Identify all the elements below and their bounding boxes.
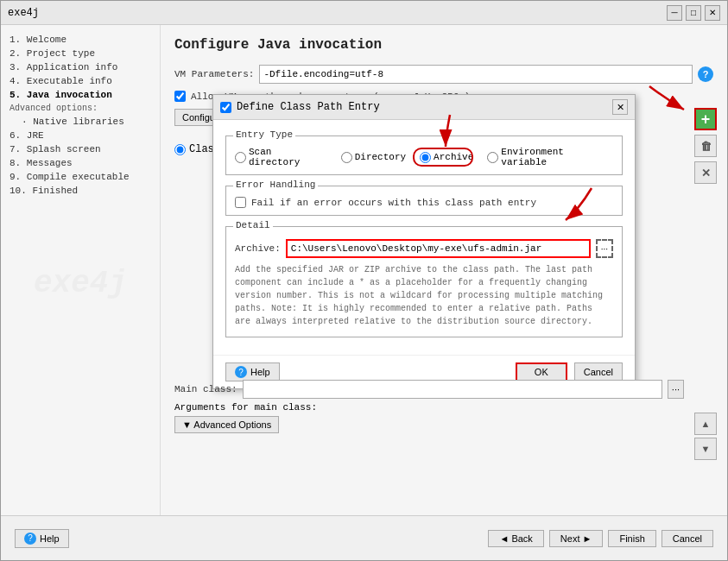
archive-description: Add the specified JAR or ZIP archive to … [235,263,613,328]
dialog-help-button[interactable]: ? Help [225,362,280,381]
error-handling-checkbox[interactable] [235,197,246,208]
content-area: 1. Welcome 2. Project type 3. Applicatio… [1,25,727,515]
sidebar-item-project-type[interactable]: 2. Project type [8,47,153,60]
directory-radio[interactable] [341,152,352,163]
scan-directory-radio-label[interactable]: Scan directory [235,147,327,167]
help-icon-bottom: ? [24,533,36,545]
sidebar-item-finished[interactable]: 10. Finished [8,185,153,197]
next-button[interactable]: Next ► [549,530,604,547]
finish-button[interactable]: Finish [608,530,655,547]
sidebar: 1. Welcome 2. Project type 3. Applicatio… [1,25,161,515]
sidebar-item-messages[interactable]: 8. Messages [8,157,153,169]
scan-directory-radio[interactable] [235,152,246,163]
sidebar-item-app-info[interactable]: 3. Application info [8,61,153,73]
archive-radio-label[interactable]: Archive [420,152,473,163]
archive-row: Archive: ··· [235,232,613,258]
nav-buttons: ◄ Back Next ► Finish Cancel [488,530,713,547]
bottom-help-section: ? Help [15,529,69,548]
dialog-close-button[interactable]: ✕ [612,99,628,115]
dialog-title-bar: Define Class Path Entry ✕ [213,95,635,120]
directory-radio-label[interactable]: Directory [341,152,406,163]
app-title: exe4j [8,7,39,19]
sidebar-item-java-invocation[interactable]: 5. Java invocation [8,89,153,101]
bottom-nav-bar: ? Help ◄ Back Next ► Finish Cancel [1,515,727,560]
title-bar: exe4j ─ □ ✕ [1,1,727,25]
error-handling-legend: Error Handling [233,180,318,190]
minimize-button[interactable]: ─ [667,5,682,21]
bottom-form: Main class: ··· Arguments for main class… [174,380,684,433]
main-content: Configure Java invocation VM Parameters:… [161,25,727,515]
error-handling-row: Fail if an error occurs with this class … [235,192,613,208]
env-variable-radio[interactable] [487,152,498,163]
entry-type-legend: Entry Type [233,129,295,140]
archive-label: Archive: [235,243,281,254]
dialog-title-checkbox[interactable] [220,102,231,113]
advanced-options-button[interactable]: ▼ Advanced Options [174,416,279,433]
class-path-radio[interactable] [174,144,186,155]
main-class-label: Main class: [174,384,237,394]
main-class-browse-button[interactable]: ··· [668,380,684,399]
close-button[interactable]: ✕ [705,5,720,21]
error-handling-label: Fail if an error occurs with this class … [251,198,536,208]
cancel-button[interactable]: Cancel [662,530,713,547]
sidebar-item-jre[interactable]: 6. JRE [8,129,153,142]
dialog-ok-button[interactable]: OK [516,362,567,381]
entry-type-options: Scan directory Directory [235,142,613,167]
dialog-title-left: Define Class Path Entry [220,101,380,113]
sidebar-item-welcome[interactable]: 1. Welcome [8,34,153,46]
sidebar-advanced-label: Advanced options: [8,103,153,114]
sidebar-item-exe-info[interactable]: 4. Executable info [8,75,153,87]
help-button[interactable]: ? Help [15,529,69,548]
main-class-row: Main class: ··· [174,380,684,399]
detail-legend: Detail [233,220,273,230]
main-class-input[interactable] [243,380,662,399]
vm-passthrough-checkbox[interactable] [174,91,186,102]
help-icon: ? [235,366,247,378]
archive-radio[interactable] [420,152,431,163]
dialog-cancel-button[interactable]: Cancel [574,362,623,381]
sidebar-item-native-libs[interactable]: · Native libraries [8,116,153,128]
sidebar-item-compile[interactable]: 9. Compile executable [8,171,153,183]
footer-right: OK Cancel [516,362,623,381]
title-bar-left: exe4j [8,7,39,19]
archive-input[interactable] [286,239,591,258]
detail-group: Detail Archive [225,226,623,337]
entry-type-group: Entry Type Scan directory Directory [225,136,623,175]
arguments-label: Arguments for main class: [174,402,684,413]
page-title: Configure Java invocation [174,37,713,53]
sidebar-item-splash[interactable]: 7. Splash screen [8,143,153,155]
dialog-title-label: Define Class Path Entry [237,101,380,113]
title-bar-controls: ─ □ ✕ [667,5,720,21]
browse-button[interactable]: ··· [596,239,613,258]
main-window: exe4j ─ □ ✕ 1. Welcome 2. Project type 3… [0,0,728,561]
env-variable-radio-label[interactable]: Environment variable [487,147,613,167]
maximize-button[interactable]: □ [686,5,701,21]
footer-left: ? Help [225,362,280,381]
back-button[interactable]: ◄ Back [488,530,543,547]
dialog-body: Entry Type Scan directory Directory [213,120,635,355]
watermark: exe4j [8,266,153,301]
define-class-path-dialog: Define Class Path Entry ✕ Entry Type [212,94,636,389]
error-handling-group: Error Handling Fail if an error occurs w… [225,186,623,216]
